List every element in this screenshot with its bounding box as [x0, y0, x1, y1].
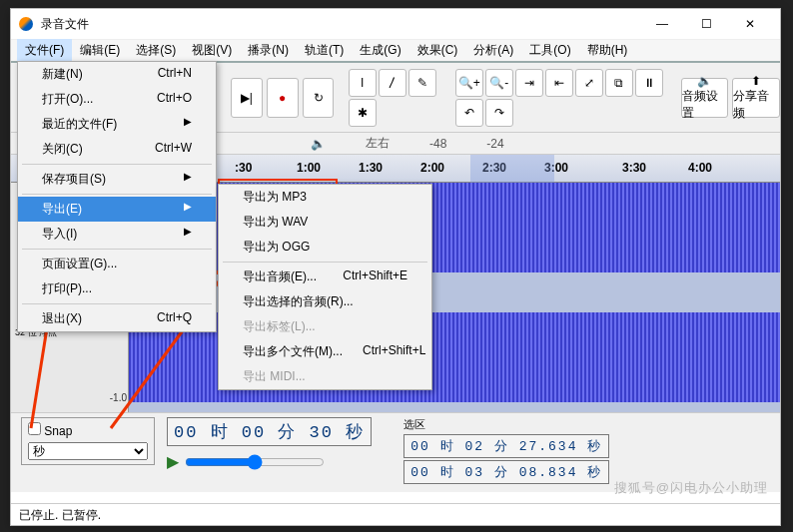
ibeam-tool-icon[interactable]: I [349, 69, 377, 97]
undo-icon[interactable]: ↶ [455, 99, 483, 127]
audio-settings-button[interactable]: 🔈 音频设置 [681, 78, 729, 118]
status-text: 已停止. 已暂停. [19, 507, 101, 522]
watermark: 搜狐号@闪电办公小助理 [614, 479, 768, 497]
menu-select[interactable]: 选择(S) [128, 39, 184, 62]
window-title: 录音文件 [41, 16, 89, 33]
menu-generate[interactable]: 生成(G) [352, 39, 408, 62]
export-mp3[interactable]: 导出为 MP3 [219, 185, 431, 210]
fit-sel-icon[interactable]: ⇥ [515, 69, 543, 97]
snap-unit-select[interactable]: 秒 [28, 442, 148, 460]
menu-help[interactable]: 帮助(H) [579, 39, 636, 62]
maximize-button[interactable]: ☐ [684, 10, 728, 38]
selection-highlight [470, 155, 554, 183]
loop-button[interactable]: ↻ [303, 78, 335, 118]
menu-item-close[interactable]: 关闭(C)Ctrl+W [18, 137, 216, 162]
redo-icon[interactable]: ↷ [485, 99, 513, 127]
meter-m24: -24 [486, 137, 503, 151]
trim-icon[interactable]: ⧉ [605, 69, 633, 97]
app-window: 录音文件 ― ☐ ✕ 文件(F) 编辑(E) 选择(S) 视图(V) 播录(N)… [10, 8, 781, 526]
zoom-toggle-icon[interactable]: ⤢ [575, 69, 603, 97]
envelope-tool-icon[interactable]: 〳 [379, 69, 406, 97]
zoom-in-icon[interactable]: 🔍+ [455, 69, 483, 97]
minimize-button[interactable]: ― [640, 10, 684, 38]
speed-slider[interactable] [185, 454, 325, 470]
menu-item-pagesetup[interactable]: 页面设置(G)... [18, 252, 216, 276]
snap-checkbox[interactable]: Snap [28, 424, 72, 438]
export-ogg[interactable]: 导出为 OGG [219, 235, 431, 260]
export-submenu: 导出为 MP3 导出为 WAV 导出为 OGG 导出音频(E)...Ctrl+S… [218, 184, 432, 390]
draw-tool-icon[interactable]: ✎ [408, 69, 436, 97]
zoom-out-icon[interactable]: 🔍- [485, 69, 513, 97]
menu-item-saveproject[interactable]: 保存项目(S)▶ [18, 167, 216, 192]
menu-item-import[interactable]: 导入(I)▶ [18, 222, 216, 247]
export-labels: 导出标签(L)... [219, 314, 431, 339]
export-midi: 导出 MIDI... [219, 364, 431, 389]
menu-item-new[interactable]: 新建(N)Ctrl+N [18, 62, 216, 87]
menu-item-recent[interactable]: 最近的文件(F)▶ [18, 112, 216, 137]
silence-icon[interactable]: ⏸ [635, 69, 663, 97]
export-audio[interactable]: 导出音频(E)...Ctrl+Shift+E [219, 265, 431, 289]
multi-tool-icon[interactable]: ✱ [349, 99, 377, 127]
file-menu-dropdown: 新建(N)Ctrl+N 打开(O)...Ctrl+O 最近的文件(F)▶ 关闭(… [17, 61, 217, 332]
selection-end[interactable]: 00 时 03 分 08.834 秒 [403, 460, 609, 484]
menu-item-print[interactable]: 打印(P)... [18, 276, 216, 301]
export-wav[interactable]: 导出为 WAV [219, 210, 431, 235]
menu-file[interactable]: 文件(F) [17, 39, 72, 62]
selection-label: 选区 [403, 417, 609, 432]
play-button[interactable]: ▶ [167, 452, 179, 471]
menu-tools[interactable]: 工具(O) [521, 39, 578, 62]
menu-tracks[interactable]: 轨道(T) [297, 39, 352, 62]
share-audio-button[interactable]: ⬆ 分享音频 [732, 78, 780, 118]
menubar: 文件(F) 编辑(E) 选择(S) 视图(V) 播录(N) 轨道(T) 生成(G… [11, 39, 780, 61]
meter-m48: -48 [429, 137, 446, 151]
menu-analyze[interactable]: 分析(A) [465, 39, 521, 62]
fit-proj-icon[interactable]: ⇤ [545, 69, 573, 97]
record-button[interactable]: ● [267, 78, 299, 118]
menu-effect[interactable]: 效果(C) [409, 39, 466, 62]
speaker-icon: 🔈 [697, 74, 712, 88]
titlebar: 录音文件 ― ☐ ✕ [11, 9, 780, 39]
snap-box: Snap 秒 [21, 417, 155, 465]
upload-icon: ⬆ [751, 74, 761, 88]
menu-item-exit[interactable]: 退出(X)Ctrl+Q [18, 306, 216, 331]
menu-item-open[interactable]: 打开(O)...Ctrl+O [18, 87, 216, 112]
menu-edit[interactable]: 编辑(E) [72, 39, 128, 62]
time-display[interactable]: 00 时 00 分 30 秒 [167, 417, 372, 446]
export-multiple[interactable]: 导出多个文件(M)...Ctrl+Shift+L [219, 339, 431, 364]
menu-item-export[interactable]: 导出(E)▶ [18, 197, 216, 222]
menu-view[interactable]: 视图(V) [184, 39, 240, 62]
statusbar: 已停止. 已暂停. [11, 503, 780, 525]
menu-transport[interactable]: 播录(N) [240, 39, 297, 62]
close-button[interactable]: ✕ [728, 10, 772, 38]
speaker-icon: 🔈 [311, 137, 326, 151]
selection-start[interactable]: 00 时 02 分 27.634 秒 [403, 434, 609, 458]
meter-lr-label: 左右 [366, 135, 390, 152]
app-icon [19, 17, 33, 31]
export-selection[interactable]: 导出选择的音频(R)... [219, 289, 431, 314]
skip-end-button[interactable]: ▶| [231, 78, 263, 118]
